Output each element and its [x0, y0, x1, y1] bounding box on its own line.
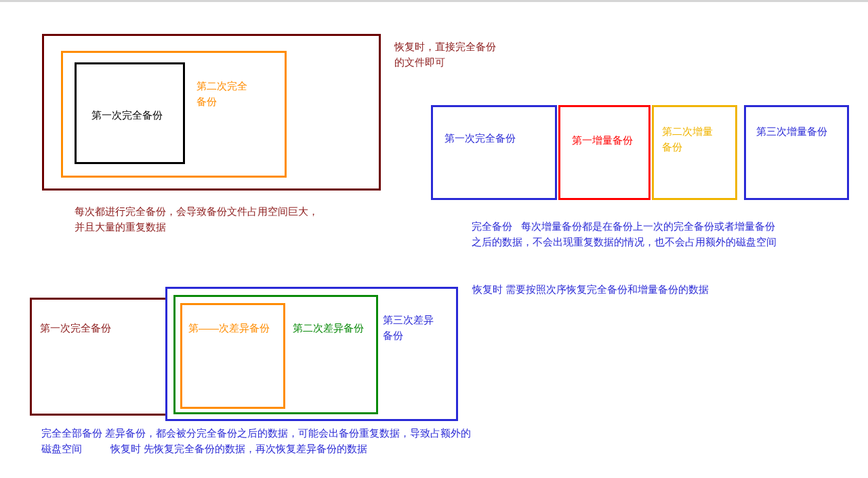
incr-note-bottom: 完全备份 每次增量备份都是在备份上一次的完全备份或者增量备份 之后的数据，不会出…	[472, 219, 777, 250]
incr-box2-red	[558, 105, 650, 200]
incr-box2-label: 第一增量备份	[572, 133, 633, 148]
full-backup-note-top: 恢复时，直接完全备份 的文件即可	[394, 39, 496, 70]
incr-box3-label: 第二次增量 备份	[662, 124, 713, 155]
diff-box2-label: 第二次差异备份	[293, 321, 364, 336]
incr-box4-label: 第三次增量备份	[756, 124, 827, 140]
incr-box4-blue	[744, 105, 849, 200]
incr-box1-label: 第一次完全备份	[445, 131, 516, 146]
incr-note-recover: 恢复时 需要按照次序恢复完全备份和增量备份的数据	[472, 282, 709, 298]
full-backup-note-bottom: 每次都进行完全备份，会导致备份文件占用空间巨大， 并且大量的重复数据	[75, 204, 318, 235]
full-backup-box2-label: 第二次完全 备份	[197, 79, 247, 109]
diff-note-bottom: 完全全部备份 差异备份，都会被分完全备份之后的数据，可能会出备份重复数据，导致占…	[41, 426, 471, 456]
diff-box3-label: 第三次差异 备份	[383, 313, 434, 343]
diff-box1-inner-label: 第——次差异备份	[188, 321, 270, 336]
incr-box1-blue	[431, 105, 557, 200]
diff-box1-orange	[180, 303, 285, 409]
full-backup-box1-label: 第一次完全备份	[91, 108, 163, 123]
diff-box1-maroon	[30, 298, 170, 416]
diff-box1-label: 第一次完全备份	[40, 321, 111, 336]
